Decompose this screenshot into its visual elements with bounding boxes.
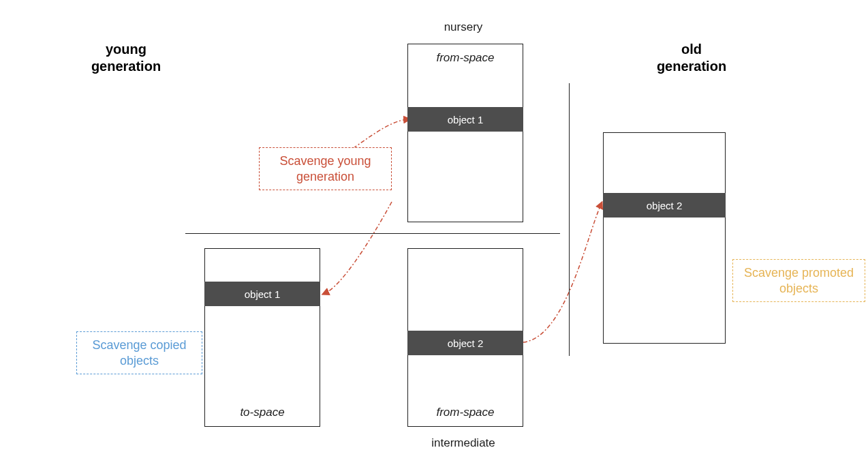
connector-callout-to-tospace: [325, 202, 392, 293]
box-old-generation: object 2: [603, 132, 726, 344]
label-from-space-intermediate: from-space: [408, 406, 523, 419]
heading-young-generation: young generation: [78, 41, 174, 75]
callout-scavenge-copied: Scavenge copied objects: [76, 331, 202, 374]
label-from-space-nursery: from-space: [408, 51, 523, 65]
heading-old-generation: old generation: [644, 41, 739, 75]
callout-scavenge-promoted: Scavenge promoted objects: [732, 259, 865, 302]
label-intermediate: intermediate: [395, 436, 531, 450]
divider-horizontal: [185, 233, 560, 234]
connector-intermediate-to-old: [523, 205, 601, 342]
bar-object2-intermediate: object 2: [407, 331, 523, 355]
bar-object1-nursery: object 1: [407, 107, 523, 132]
box-intermediate: object 2 from-space: [407, 248, 523, 427]
divider-vertical: [569, 83, 570, 356]
label-to-space: to-space: [205, 406, 320, 419]
bar-object2-old: object 2: [603, 193, 726, 217]
box-to-space: object 1 to-space: [204, 248, 320, 427]
box-nursery: from-space object 1: [407, 44, 523, 222]
bar-object1-tospace: object 1: [204, 282, 320, 306]
callout-scavenge-young: Scavenge young generation: [259, 147, 392, 190]
label-nursery: nursery: [395, 20, 531, 34]
